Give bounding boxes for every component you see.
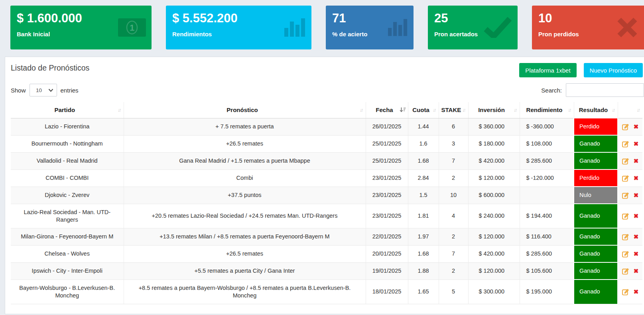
table-body: Lazio - Fiorentina+ 7.5 remates a puerta…: [11, 118, 642, 304]
actions-cell: ✖: [618, 228, 642, 245]
delete-icon[interactable]: ✖: [634, 123, 639, 130]
pronostico-cell: +8.5 remates a puerta Bayern-Wolsburgo /…: [124, 280, 366, 304]
edit-icon[interactable]: [622, 268, 629, 275]
panel-buttons: Plataforma 1xbet Nuevo Pronóstico: [519, 63, 643, 77]
resultado-badge: Perdido: [574, 169, 618, 187]
column-header-pronostico[interactable]: Pronóstico↓↑: [124, 102, 366, 118]
pronosticos-table: Partido↓↑Pronóstico↓↑FechaCuota↓↑STAKE↓↑…: [11, 102, 642, 304]
edit-icon[interactable]: [622, 288, 629, 295]
stake-cell: 6: [439, 118, 468, 135]
edit-icon[interactable]: [622, 233, 629, 240]
resultado-badge: Ganado: [574, 280, 618, 304]
sort-icon: ↓↑: [637, 107, 641, 113]
column-header-fecha[interactable]: Fecha: [366, 102, 408, 118]
pronostico-cell: +37.5 puntos: [124, 187, 366, 204]
stake-cell: 5: [439, 280, 468, 304]
money-bill-icon: 1: [118, 18, 146, 37]
table-row: Chelsea - Wolves+26.5 remates20/01/20251…: [11, 245, 642, 262]
column-header-inversion[interactable]: Inversión↓↑: [468, 102, 520, 118]
column-header-rendimiento[interactable]: Rendimiento↓↑: [520, 102, 574, 118]
delete-icon[interactable]: ✖: [634, 212, 639, 220]
edit-icon[interactable]: [622, 140, 629, 148]
edit-icon[interactable]: [622, 123, 629, 130]
stake-cell: 2: [439, 262, 468, 280]
column-header-resultado[interactable]: Resultado↓↑: [574, 102, 618, 118]
cuota-cell: 2.84: [408, 169, 439, 187]
column-label: Resultado: [579, 106, 608, 113]
partido-cell: Lazio-Real Sociedad - Man. UTD-Rangers: [11, 204, 124, 228]
column-header-stake[interactable]: STAKE↓↑: [439, 102, 468, 118]
sort-icon: ↓↑: [360, 107, 364, 113]
pronostico-cell: +20.5 remates Lazio-Real Sociedad / +24.…: [124, 204, 366, 228]
actions-cell: ✖: [618, 118, 642, 135]
table-row: Djokovic - Zverev+37.5 puntos23/01/20251…: [11, 187, 642, 204]
table-row: Ipswich - City - Inter-Empoli+5.5 remate…: [11, 262, 642, 280]
search-label: Search:: [541, 87, 562, 94]
delete-icon[interactable]: ✖: [634, 288, 639, 295]
fecha-cell: 18/01/2025: [366, 280, 408, 304]
chevron-down-icon: [48, 89, 53, 92]
delete-icon[interactable]: ✖: [634, 157, 639, 165]
edit-icon[interactable]: [622, 213, 629, 220]
sort-icon: ↓↑: [433, 107, 437, 113]
inversion-cell: $ 180.000: [468, 135, 520, 152]
stat-card-perdidos: 10 Pron perdidos: [532, 6, 644, 49]
cuota-cell: 1.6: [408, 135, 439, 152]
inversion-cell: $ 300.000: [468, 280, 520, 304]
sort-desc-icon: [400, 107, 406, 113]
partido-cell: Lazio - Fiorentina: [11, 118, 124, 135]
pronostico-cell: +26.5 remates: [124, 135, 366, 152]
delete-icon[interactable]: ✖: [634, 191, 639, 199]
inversion-cell: $ 120.000: [468, 262, 520, 280]
delete-icon[interactable]: ✖: [634, 174, 639, 182]
delete-icon[interactable]: ✖: [634, 140, 639, 148]
partido-cell: Djokovic - Zverev: [11, 187, 124, 204]
cuota-cell: 1.68: [408, 152, 439, 169]
search-input[interactable]: [566, 83, 644, 97]
edit-icon[interactable]: [622, 175, 629, 182]
edit-icon[interactable]: [622, 250, 629, 258]
fecha-cell: 20/01/2025: [366, 245, 408, 262]
sort-icon: ↓↑: [514, 107, 518, 113]
check-icon: [483, 17, 512, 38]
column-label: Fecha: [376, 106, 393, 113]
rendimiento-cell: $ 195.000: [520, 280, 574, 304]
sort-icon: ↓↑: [568, 107, 572, 113]
edit-icon[interactable]: [622, 158, 629, 165]
plataforma-1xbet-button[interactable]: Plataforma 1xbet: [519, 63, 576, 77]
column-header-actions[interactable]: ↓↑: [618, 102, 642, 118]
table-row: COMBI - COMBICombi23/01/20252.842$ 120.0…: [11, 169, 642, 187]
stat-card-acierto: 71 % de acierto: [326, 6, 414, 49]
pronostico-cell: + 7.5 remates a puerta: [124, 118, 366, 135]
stat-card-bank-inicial: $ 1.600.000 Bank Inicial 1: [10, 6, 152, 49]
cuota-cell: 1.68: [408, 245, 439, 262]
stake-cell: 7: [439, 245, 468, 262]
rendimiento-cell: $ 116.400: [520, 228, 574, 245]
table-row: Bayern-Wolsburgo - B.Leverkusen-B. Monch…: [11, 280, 642, 304]
inversion-cell: $ 120.000: [468, 169, 520, 187]
table-row: Bournermouth - Nottingham+26.5 remates25…: [11, 135, 642, 152]
rendimiento-cell: $ 285.600: [520, 245, 574, 262]
stat-card-acertados: 25 Pron acertados: [428, 6, 518, 49]
rendimiento-cell: $ 105.600: [520, 262, 574, 280]
edit-icon[interactable]: [622, 192, 629, 199]
entries-select[interactable]: 10: [30, 84, 57, 96]
fecha-cell: 22/01/2025: [366, 228, 408, 245]
entries-label: entries: [61, 87, 79, 94]
table-row: Valladolid - Real MadridGana Real Madrid…: [11, 152, 642, 169]
inversion-cell: $ 240.000: [468, 204, 520, 228]
column-header-partido[interactable]: Partido↓↑: [11, 102, 124, 118]
x-icon: [616, 17, 638, 38]
rendimiento-cell: $ -120.000: [520, 169, 574, 187]
resultado-badge: Ganado: [574, 152, 618, 169]
nuevo-pronostico-button[interactable]: Nuevo Pronóstico: [584, 63, 643, 77]
cuota-cell: 1.65: [408, 280, 439, 304]
fecha-cell: 23/01/2025: [366, 204, 408, 228]
delete-icon[interactable]: ✖: [634, 250, 639, 258]
pronostico-cell: Gana Real Madrid / +1.5 remates a puerta…: [124, 152, 366, 169]
delete-icon[interactable]: ✖: [634, 267, 639, 275]
column-header-cuota[interactable]: Cuota↓↑: [408, 102, 439, 118]
inversion-cell: $ 360.000: [468, 118, 520, 135]
delete-icon[interactable]: ✖: [634, 233, 639, 240]
rendimiento-cell: $ -360.000: [520, 118, 574, 135]
